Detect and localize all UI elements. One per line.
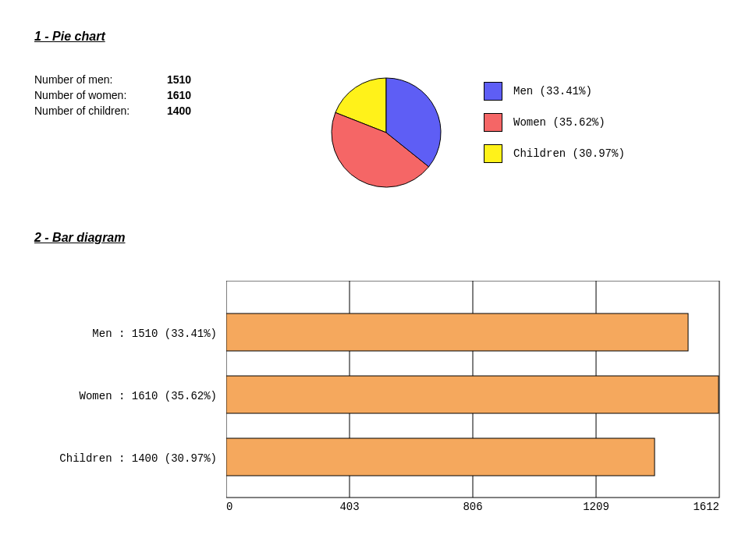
pie-chart (324, 70, 449, 197)
bar-tick: 1209 (583, 501, 609, 513)
data-label: Number of men: (34, 72, 167, 87)
bar-label: Women : 1610 (35.62%) (80, 390, 217, 402)
section-heading-bar: 2 - Bar diagram (34, 231, 125, 245)
bar-tick: 403 (339, 501, 359, 513)
data-label: Number of children: (34, 103, 167, 119)
svg-rect-5 (226, 376, 719, 413)
legend-text: Women (35.62%) (513, 116, 605, 129)
legend-swatch-children (484, 144, 502, 163)
bar-label: Men : 1510 (33.41%) (92, 328, 217, 340)
data-label: Number of women: (34, 87, 167, 103)
legend-row: Men (33.41%) (484, 82, 625, 101)
bar-label: Children : 1400 (30.97%) (59, 452, 217, 465)
bar-chart: 0 403 806 1209 1612 (226, 281, 726, 515)
bar-tick: 0 (226, 501, 232, 513)
bar-tick: 806 (463, 501, 482, 513)
data-value: 1510 (167, 72, 206, 87)
svg-rect-6 (226, 438, 655, 476)
legend-text: Children (30.97%) (513, 147, 625, 160)
bar-y-labels: Men : 1510 (33.41%) Women : 1610 (35.62%… (27, 281, 222, 515)
pie-legend: Men (33.41%) Women (35.62%) Children (30… (484, 82, 625, 175)
data-table: Number of men: 1510 Number of women: 161… (34, 72, 206, 119)
section-heading-pie: 1 - Pie chart (34, 30, 105, 44)
legend-row: Women (35.62%) (484, 113, 625, 132)
data-row: Number of men: 1510 (34, 72, 206, 87)
legend-row: Children (30.97%) (484, 144, 625, 163)
data-row: Number of women: 1610 (34, 87, 206, 103)
legend-text: Men (33.41%) (513, 85, 592, 97)
data-value: 1400 (167, 103, 206, 119)
bar-tick: 1612 (693, 501, 719, 513)
legend-swatch-men (484, 82, 502, 101)
data-value: 1610 (167, 87, 206, 103)
svg-rect-4 (226, 313, 688, 351)
data-row: Number of children: 1400 (34, 103, 206, 119)
legend-swatch-women (484, 113, 502, 132)
